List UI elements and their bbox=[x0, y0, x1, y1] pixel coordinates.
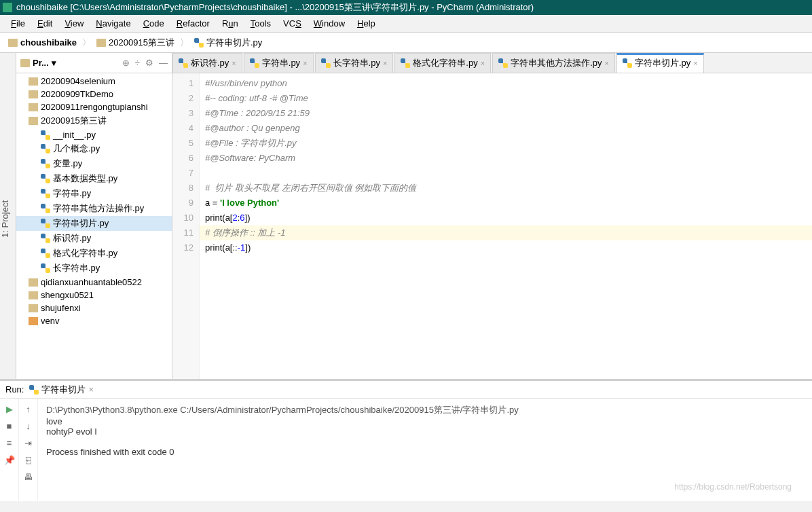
editor-tab[interactable]: 字符串.py× bbox=[244, 53, 314, 73]
tree-node[interactable]: 基本数据类型.py bbox=[16, 171, 172, 186]
menu-window[interactable]: Window bbox=[308, 17, 350, 30]
tree-node[interactable]: qidianxuanhuantable0522 bbox=[16, 276, 172, 289]
menu-run[interactable]: Run bbox=[217, 17, 244, 30]
close-icon[interactable]: × bbox=[303, 59, 307, 67]
close-icon[interactable]: × bbox=[383, 59, 387, 67]
export-icon[interactable]: ⍇ bbox=[26, 455, 31, 465]
python-icon bbox=[194, 38, 204, 48]
menu-bar: File Edit View Navigate Code Refactor Ru… bbox=[0, 15, 812, 33]
editor-tab[interactable]: 长字符串.py× bbox=[315, 53, 394, 73]
crumb-file[interactable]: 字符串切片.py bbox=[191, 35, 265, 50]
wrap-icon[interactable]: ⇥ bbox=[24, 438, 32, 448]
python-icon bbox=[41, 159, 50, 168]
close-icon[interactable]: × bbox=[693, 59, 697, 67]
tree-label: 格式化字符串.py bbox=[53, 247, 117, 259]
settings-icon[interactable]: ⚙ bbox=[145, 58, 153, 68]
down-icon[interactable]: ↓ bbox=[26, 421, 31, 431]
crumb-sep: 〉 bbox=[180, 37, 189, 49]
run-header: Run: 字符串切片 × bbox=[0, 381, 812, 399]
run-toolbar-left: ▶ ■ ≡ 📌 bbox=[0, 399, 19, 501]
editor-tab[interactable]: 字符串其他方法操作.py× bbox=[492, 53, 615, 73]
tree-node[interactable]: 标识符.py bbox=[16, 231, 172, 246]
project-tool-button[interactable]: 1: Project bbox=[0, 53, 16, 379]
python-icon bbox=[41, 219, 50, 228]
editor-tab[interactable]: 字符串切片.py× bbox=[616, 53, 704, 73]
window-title: choushibaike [C:\Users\Administrator\Pyc… bbox=[16, 1, 534, 14]
up-icon[interactable]: ↑ bbox=[26, 404, 31, 414]
run-tab[interactable]: 字符串切片 × bbox=[29, 384, 94, 396]
rerun-icon[interactable]: ▶ bbox=[6, 404, 13, 414]
menu-file[interactable]: File bbox=[5, 17, 31, 30]
tree-node[interactable]: 20200904selenium bbox=[16, 75, 172, 88]
tree-label: __init__.py bbox=[53, 130, 96, 140]
tree-node[interactable]: 几个概念.py bbox=[16, 141, 172, 156]
close-icon[interactable]: × bbox=[232, 59, 236, 67]
print-icon[interactable]: 🖶 bbox=[24, 472, 33, 482]
tree-label: qidianxuanhuantable0522 bbox=[41, 277, 142, 287]
tree-node[interactable]: 字符串切片.py bbox=[16, 216, 172, 231]
hide-icon[interactable]: — bbox=[159, 58, 168, 68]
project-tools: ⊕ ÷ ⚙ — bbox=[122, 58, 168, 68]
python-icon bbox=[401, 58, 410, 68]
menu-code[interactable]: Code bbox=[138, 17, 170, 30]
python-icon bbox=[250, 58, 259, 68]
project-header: Pr... ▾ ⊕ ÷ ⚙ — bbox=[16, 53, 172, 73]
tree-node[interactable]: 20200911rengongtupianshi bbox=[16, 100, 172, 113]
editor-tab[interactable]: 标识符.py× bbox=[172, 53, 242, 73]
crumb-folder[interactable]: 20200915第三讲 bbox=[94, 35, 177, 50]
tree-node[interactable]: venv bbox=[16, 314, 172, 327]
gutter: 123456789101112 bbox=[172, 73, 200, 379]
project-panel: Pr... ▾ ⊕ ÷ ⚙ — 20200904selenium20200909… bbox=[16, 53, 172, 379]
breadcrumb-bar: choushibaike 〉 20200915第三讲 〉 字符串切片.py bbox=[0, 33, 812, 53]
tree-label: 长字符串.py bbox=[53, 262, 100, 274]
project-tree[interactable]: 20200904selenium20200909TkDemo20200911re… bbox=[16, 73, 172, 379]
locate-icon[interactable]: ⊕ bbox=[122, 58, 130, 68]
tab-label: 字符串切片.py bbox=[635, 57, 690, 69]
tree-node[interactable]: 字符串.py bbox=[16, 186, 172, 201]
tab-label: 字符串.py bbox=[262, 57, 300, 69]
tree-node[interactable]: 20200909TkDemo bbox=[16, 88, 172, 100]
tree-node[interactable]: 变量.py bbox=[16, 156, 172, 171]
tab-label: 长字符串.py bbox=[333, 57, 380, 69]
project-label[interactable]: Pr... ▾ bbox=[20, 58, 56, 68]
tree-node[interactable]: shengxu0521 bbox=[16, 289, 172, 301]
menu-navigate[interactable]: Navigate bbox=[90, 17, 136, 30]
tree-node[interactable]: 长字符串.py bbox=[16, 261, 172, 276]
collapse-icon[interactable]: ÷ bbox=[135, 58, 140, 68]
python-icon bbox=[41, 174, 50, 183]
editor-tab[interactable]: 格式化字符串.py× bbox=[394, 53, 491, 73]
menu-view[interactable]: View bbox=[59, 17, 89, 30]
python-icon bbox=[498, 58, 508, 68]
code-editor[interactable]: 123456789101112 #!/usr/bin/env python #-… bbox=[172, 73, 812, 379]
close-icon[interactable]: × bbox=[604, 59, 608, 67]
python-icon bbox=[29, 385, 39, 395]
menu-tools[interactable]: Tools bbox=[245, 17, 276, 30]
folder-icon bbox=[29, 278, 38, 287]
menu-refactor[interactable]: Refactor bbox=[171, 17, 215, 30]
tree-node[interactable]: 20200915第三讲 bbox=[16, 113, 172, 128]
folder-icon bbox=[29, 117, 38, 125]
tree-node[interactable]: shujufenxi bbox=[16, 301, 172, 314]
tree-node[interactable]: 格式化字符串.py bbox=[16, 246, 172, 261]
tab-label: 字符串其他方法操作.py bbox=[511, 57, 602, 69]
run-label: Run: bbox=[5, 384, 24, 395]
pin-icon[interactable]: 📌 bbox=[4, 455, 15, 465]
python-icon bbox=[41, 144, 50, 153]
python-icon bbox=[179, 58, 188, 68]
crumb-root[interactable]: choushibaike bbox=[5, 36, 79, 49]
python-icon bbox=[41, 249, 50, 258]
layout-icon[interactable]: ≡ bbox=[7, 438, 12, 448]
menu-edit[interactable]: Edit bbox=[32, 17, 58, 30]
tab-label: 格式化字符串.py bbox=[413, 57, 477, 69]
menu-vcs[interactable]: VCS bbox=[278, 17, 307, 30]
folder-icon bbox=[29, 304, 38, 312]
stop-icon[interactable]: ■ bbox=[7, 421, 12, 431]
source[interactable]: #!/usr/bin/env python #-- coding: utf-8 … bbox=[200, 73, 812, 379]
tree-label: 字符串其他方法操作.py bbox=[53, 202, 144, 215]
editor-area: 标识符.py×字符串.py×长字符串.py×格式化字符串.py×字符串其他方法操… bbox=[172, 53, 812, 379]
tree-label: 20200909TkDemo bbox=[41, 89, 113, 99]
menu-help[interactable]: Help bbox=[352, 17, 381, 30]
tree-node[interactable]: 字符串其他方法操作.py bbox=[16, 201, 172, 216]
tree-node[interactable]: __init__.py bbox=[16, 128, 172, 141]
close-icon[interactable]: × bbox=[481, 59, 485, 67]
